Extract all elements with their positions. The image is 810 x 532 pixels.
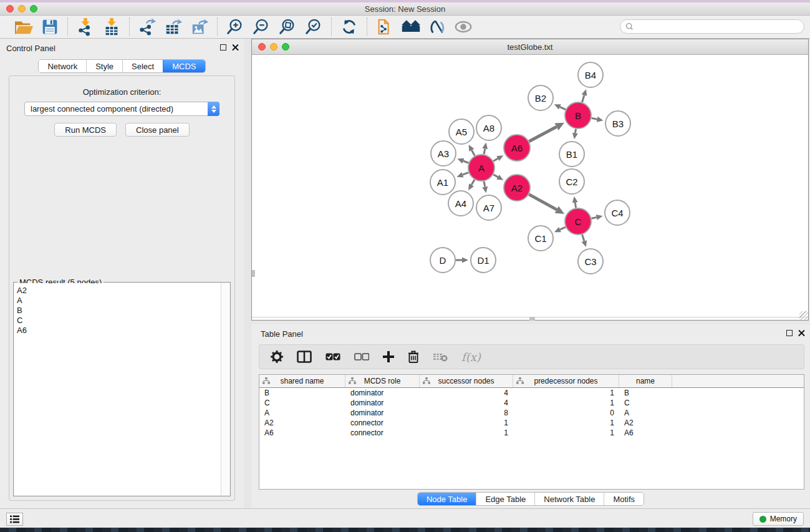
edge-A-A6[interactable]: [493, 158, 498, 161]
table-cell[interactable]: A2: [259, 418, 345, 427]
table-cell[interactable]: 4: [420, 399, 513, 407]
table-cell[interactable]: C: [259, 399, 345, 407]
result-item[interactable]: A2: [17, 286, 221, 296]
session-document-icon[interactable]: [375, 17, 395, 36]
tab-edge-table[interactable]: Edge Table: [476, 493, 534, 505]
result-item[interactable]: A: [17, 296, 221, 306]
export-image-icon[interactable]: [190, 17, 210, 36]
table-cell[interactable]: B: [619, 389, 672, 397]
table-cell[interactable]: 1: [420, 428, 513, 437]
mcds-result-list[interactable]: A2ABCA6: [14, 283, 221, 495]
tab-style[interactable]: Style: [86, 60, 122, 72]
table-cell[interactable]: 4: [420, 389, 513, 397]
zoom-in-icon[interactable]: [225, 17, 245, 36]
refresh-icon[interactable]: [339, 17, 359, 36]
run-mcds-button[interactable]: Run MCDS: [54, 123, 117, 137]
table-cell[interactable]: A: [619, 409, 672, 417]
column-header-successor-nodes[interactable]: successor nodes: [420, 375, 513, 387]
result-scrollbar[interactable]: [221, 283, 229, 495]
table-cell[interactable]: A6: [259, 428, 345, 437]
column-header-shared-name[interactable]: shared name: [259, 375, 345, 387]
table-cell[interactable]: C: [619, 399, 672, 407]
search-input[interactable]: [637, 22, 804, 31]
task-history-button[interactable]: [6, 513, 23, 526]
export-network-icon[interactable]: [137, 17, 157, 36]
edge-B-B4[interactable]: [582, 95, 584, 102]
column-header-MCDS-role[interactable]: MCDS role: [345, 375, 420, 387]
horizontal-scroll-thumb[interactable]: [529, 317, 535, 321]
table-cell[interactable]: A2: [619, 418, 672, 427]
result-item[interactable]: A6: [17, 326, 221, 336]
zoom-out-icon[interactable]: [251, 17, 271, 36]
add-column-icon[interactable]: [383, 351, 394, 362]
tab-select[interactable]: Select: [122, 60, 163, 72]
table-cell[interactable]: connector: [345, 428, 420, 437]
zoom-fit-icon[interactable]: [277, 17, 297, 36]
edge-C-C1[interactable]: [560, 227, 566, 230]
network-canvas[interactable]: B4B2BB3A8A5A6A3B1AC2A1A2A4A7C4CC1C3DD1: [252, 55, 808, 317]
network-window-titlebar[interactable]: testGlobe.txt: [252, 39, 808, 55]
edge-B-B1[interactable]: [575, 129, 576, 133]
edge-B-B2[interactable]: [560, 107, 566, 109]
memory-button[interactable]: Memory: [753, 512, 804, 526]
table-row[interactable]: Adominator80A: [259, 408, 804, 418]
table-cell[interactable]: 1: [420, 418, 513, 427]
table-cell[interactable]: dominator: [345, 409, 420, 417]
edge-C-C3[interactable]: [582, 235, 584, 241]
edge-A-A8[interactable]: [484, 148, 485, 154]
table-cell[interactable]: 1: [513, 428, 619, 437]
optimization-criterion-dropdown[interactable]: largest connected component (directed): [24, 102, 219, 116]
float-panel-icon[interactable]: [220, 44, 226, 51]
import-network-icon[interactable]: [75, 17, 95, 36]
edge-C-C2[interactable]: [575, 203, 576, 208]
tab-network-table[interactable]: Network Table: [534, 493, 604, 505]
delete-column-icon[interactable]: [408, 351, 419, 363]
vertical-scroll-thumb[interactable]: [252, 270, 255, 277]
window-resize-grip[interactable]: [799, 311, 808, 320]
deselect-all-icon[interactable]: [354, 353, 369, 360]
column-header-name[interactable]: name: [619, 375, 672, 387]
save-session-icon[interactable]: [40, 17, 60, 36]
column-header-predecessor-nodes[interactable]: predecessor nodes: [513, 375, 619, 387]
search-field[interactable]: [620, 19, 804, 34]
home-view-icon[interactable]: [401, 17, 421, 36]
table-row[interactable]: Cdominator41C: [259, 398, 804, 408]
tab-mcds[interactable]: MCDS: [163, 60, 205, 72]
show-hide-graphics-details-icon[interactable]: [427, 17, 447, 36]
edge-A-A7[interactable]: [484, 181, 485, 187]
close-panel-icon[interactable]: [232, 44, 239, 51]
tab-motifs[interactable]: Motifs: [604, 493, 644, 505]
export-table-icon[interactable]: [163, 17, 183, 36]
table-cell[interactable]: 8: [420, 409, 513, 417]
zoom-selected-icon[interactable]: [304, 17, 324, 36]
tab-network[interactable]: Network: [39, 60, 86, 72]
table-cell[interactable]: A6: [619, 428, 672, 437]
edge-A-A3[interactable]: [463, 161, 469, 163]
close-panel-button[interactable]: Close panel: [125, 123, 190, 137]
table-cell[interactable]: connector: [345, 418, 420, 427]
table-cell[interactable]: 1: [513, 389, 619, 397]
edge-A2-C[interactable]: [529, 195, 557, 210]
edge-C-C4[interactable]: [591, 217, 596, 218]
float-table-panel-icon[interactable]: [786, 330, 793, 336]
edge-A6-B[interactable]: [529, 127, 556, 141]
import-table-icon[interactable]: [102, 17, 122, 36]
table-row[interactable]: A6connector11A6: [259, 428, 804, 438]
edge-A-A5[interactable]: [471, 150, 475, 156]
panel-splitter[interactable]: [244, 39, 251, 508]
edge-A-A2[interactable]: [493, 175, 498, 177]
table-cell[interactable]: 1: [513, 399, 619, 407]
table-cell[interactable]: B: [259, 389, 345, 397]
select-all-icon[interactable]: [325, 353, 340, 360]
open-session-icon[interactable]: [14, 17, 34, 36]
result-item[interactable]: C: [17, 316, 221, 326]
close-table-panel-icon[interactable]: [798, 329, 805, 336]
table-cell[interactable]: 1: [513, 418, 619, 427]
table-settings-gear-icon[interactable]: [271, 351, 283, 363]
result-item[interactable]: B: [17, 306, 221, 316]
edge-A-A4[interactable]: [471, 180, 475, 185]
table-cell[interactable]: A: [259, 409, 345, 417]
tab-node-table[interactable]: Node Table: [418, 493, 476, 505]
edge-B-B3[interactable]: [592, 118, 597, 119]
edge-A-A1[interactable]: [463, 173, 468, 175]
